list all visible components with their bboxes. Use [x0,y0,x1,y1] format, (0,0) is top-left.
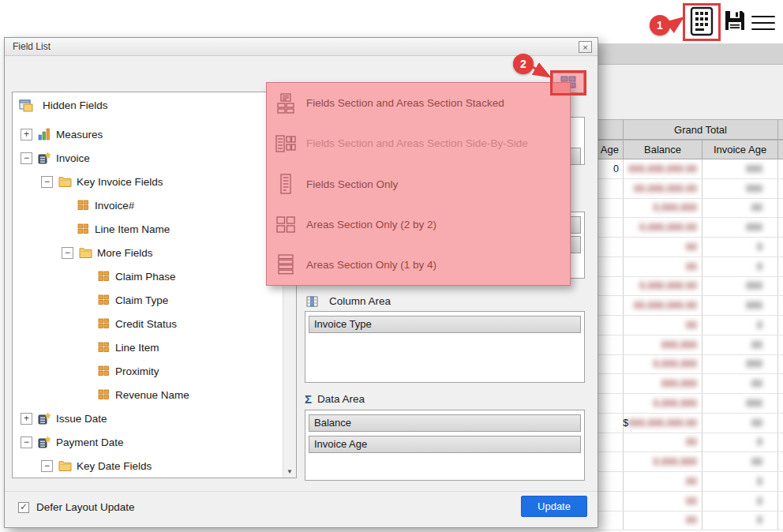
pivot-cell-invoice-age: 888 [702,355,778,374]
collapse-icon[interactable]: − [41,176,53,188]
layout-areas-2x2-icon [275,214,297,234]
pivot-cell-invoice-age: 888 [702,296,778,315]
pivot-cell-balance: 88,888,888.88 [624,179,702,198]
pivot-row: 888 [597,316,783,335]
close-icon[interactable]: × [579,41,592,53]
tree-item-label: Claim Phase [115,271,176,283]
column-area-box[interactable]: Invoice Type [305,311,585,383]
pivot-row: 888 [597,433,783,453]
pivot-cell-invoice-age: 8 [702,492,778,511]
pivot-row: 888 [597,257,783,277]
data-area-box[interactable]: BalanceInvoice Age [305,410,585,481]
tree-item-key-invoice-fields[interactable]: −Key Invoice Fields [13,170,283,193]
annotation-arrow-1 [668,13,687,32]
tree-item-claim-phase[interactable]: Claim Phase [13,264,283,288]
pivot-cell-age-left [597,335,624,354]
expand-icon[interactable]: + [21,413,32,425]
pivot-cell-balance: $888,888,888.88 [624,414,702,433]
pivot-cell-balance: 888,888 [624,335,702,354]
column-area-text: Column Area [329,295,391,307]
menu-item-areas-section-only-2-by-2[interactable]: Areas Section Only (2 by 2) [267,204,570,245]
pivot-cell-invoice-age: 8 [702,316,778,335]
sigma-icon: Σ [305,393,312,405]
column-area-item-invoice-type[interactable]: Invoice Type [309,316,581,333]
pivot-row: 8,888,888.88888 [597,277,783,297]
save-button[interactable] [723,9,747,33]
menu-item-fields-section-only[interactable]: Fields Section Only [267,163,570,204]
pivot-cell-balance: 8,888,888 [624,394,702,413]
annotation-highlight-field-list [683,3,721,41]
menu-item-areas-section-only-1-by-4[interactable]: Areas Section Only (1 by 4) [267,245,570,285]
pivot-row: 8,888,888888 [597,355,783,375]
tree-item-key-date-fields[interactable]: −Key Date Fields [13,454,283,478]
collapse-icon[interactable]: − [21,436,32,448]
pivot-row: 888 [597,472,783,492]
save-icon [723,9,747,35]
menu-item-fields-section-and-areas-section-stacked[interactable]: Fields Section and Areas Section Stacked [267,83,570,123]
field-icon [96,388,111,402]
pivot-row: 888 [597,492,783,511]
layout-side-by-side-icon [275,133,297,154]
pivot-row: 8,888,88888 [597,199,783,219]
collapse-icon[interactable]: − [62,247,73,259]
tree-item-claim-type[interactable]: Claim Type [13,288,283,312]
pivot-cell-balance: 888,888,888.88 [624,159,702,178]
tree-item-label: Revenue Name [115,389,189,401]
pivot-row: 0888,888,888.88888 [597,159,783,179]
tree-item-credit-status[interactable]: Credit Status [13,312,283,335]
pivot-cell-age-left [597,355,624,374]
tree-header-label: Hidden Fields [43,99,108,111]
pivot-row: 888 [597,238,783,257]
pivot-row: 888 [597,511,783,531]
tree-item-revenue-name[interactable]: Revenue Name [13,383,283,406]
tree-item-invoice[interactable]: −Invoice [13,146,283,170]
tree-item-measures[interactable]: +Measures [13,122,283,146]
pivot-cell-age-left [597,374,624,393]
dimension-icon [37,412,51,425]
dialog-title: Field List [13,41,51,52]
tree-item-label: Issue Date [56,413,107,425]
menu-button[interactable] [751,13,775,32]
folder-icon [58,459,72,473]
tree-item-line-item-name[interactable]: Line Item Name [13,217,283,241]
expand-icon[interactable]: + [21,129,32,140]
pivot-cell-invoice-age: 88 [702,414,778,433]
tree-item-label: More Fields [97,247,153,259]
menu-item-label: Fields Section and Areas Section Side-By… [306,137,528,149]
collapse-icon[interactable]: − [41,460,53,472]
pivot-cell-age-left [597,277,624,296]
pivot-cell-age-left [597,199,624,218]
tree-item-label: Measures [56,129,103,140]
data-area-item-invoice-age[interactable]: Invoice Age [309,436,581,453]
data-area-item-balance[interactable]: Balance [309,414,581,432]
update-button[interactable]: Update [521,496,587,517]
pivot-cell-balance: 8,888,888 [624,452,702,471]
pivot-cell-invoice-age: 8 [702,238,778,257]
pivot-data-rows: 0888,888,888.8888888,888,888.888888,888,… [597,159,783,532]
pivot-cell-age-left: 0 [597,159,624,178]
tree-item-invoice[interactable]: Invoice# [13,193,283,217]
pivot-cell-invoice-age: 8 [702,472,778,491]
pivot-cell-invoice-age: 8 [702,511,778,530]
pivot-row: 88,888,888.88888 [597,179,783,199]
dialog-titlebar[interactable]: Field List [5,38,598,56]
pivot-cell-age-left [597,316,624,335]
tree-item-more-fields[interactable]: −More Fields [13,241,283,264]
hidden-fields-icon [19,99,33,112]
tree-item-payment-date[interactable]: −Payment Date [13,430,283,454]
menu-item-label: Fields Section and Areas Section Stacked [306,97,504,109]
tree-item-line-item[interactable]: Line Item [13,335,283,359]
tree-item-proximity[interactable]: Proximity [13,359,283,383]
tree-item-issue-date[interactable]: +Issue Date [13,406,283,430]
defer-layout-checkbox[interactable] [18,502,29,513]
pivot-cell-invoice-age: 88 [702,452,778,471]
pivot-row: $888,888,888.8888 [597,414,783,433]
pivot-cell-age-left [597,414,624,433]
pivot-cell-balance: 8,888,888.88 [624,218,702,237]
tree-item-label: Invoice [56,152,90,164]
scroll-down-icon[interactable]: ▼ [283,465,296,478]
collapse-icon[interactable]: − [21,152,32,164]
layout-dropdown-menu: Fields Section and Areas Section Stacked… [266,82,571,286]
field-icon [96,317,111,331]
pivot-row: 8,888,888888 [597,394,783,414]
